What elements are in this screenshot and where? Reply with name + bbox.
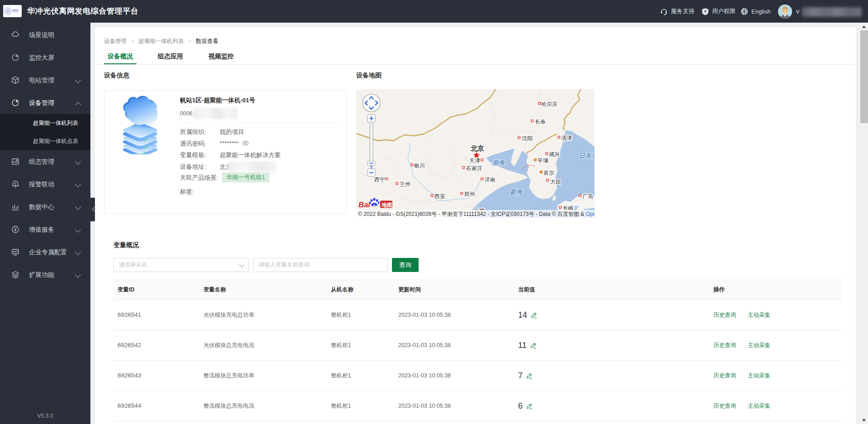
svg-text:日本海: 日本海 xyxy=(579,152,594,159)
svg-text:银川: 银川 xyxy=(414,162,425,169)
svg-text:西安: 西安 xyxy=(434,193,445,200)
svg-text:北京: 北京 xyxy=(470,144,484,152)
svg-text:渤海: 渤海 xyxy=(492,159,505,166)
svg-text:哈尔滨: 哈尔滨 xyxy=(541,101,557,107)
svg-text:黄海: 黄海 xyxy=(509,188,523,195)
svg-text:平壤: 平壤 xyxy=(538,157,548,164)
svg-text:地图: 地图 xyxy=(381,202,392,208)
svg-text:沈阳: 沈阳 xyxy=(522,135,533,142)
svg-text:长春: 长春 xyxy=(535,119,546,125)
svg-text:郑州: 郑州 xyxy=(464,191,475,197)
svg-text:西宁: 西宁 xyxy=(374,176,385,183)
svg-text:天津: 天津 xyxy=(469,157,480,164)
svg-text:大田: 大田 xyxy=(550,179,561,185)
svg-text:咸兴: 咸兴 xyxy=(549,151,560,157)
svg-text:石家庄: 石家庄 xyxy=(466,165,482,172)
svg-text:清津: 清津 xyxy=(561,135,572,141)
svg-text:首尔: 首尔 xyxy=(543,170,554,176)
svg-text:du: du xyxy=(373,204,377,208)
svg-text:兰州: 兰州 xyxy=(400,181,410,187)
svg-text:济南: 济南 xyxy=(485,176,495,183)
svg-text:Bai: Bai xyxy=(359,200,370,209)
svg-text:广岛: 广岛 xyxy=(582,193,593,200)
svg-text:© 2022 Baidu - GS(2021)6026号 -: © 2022 Baidu - GS(2021)6026号 - 甲测资字11111… xyxy=(358,211,594,217)
